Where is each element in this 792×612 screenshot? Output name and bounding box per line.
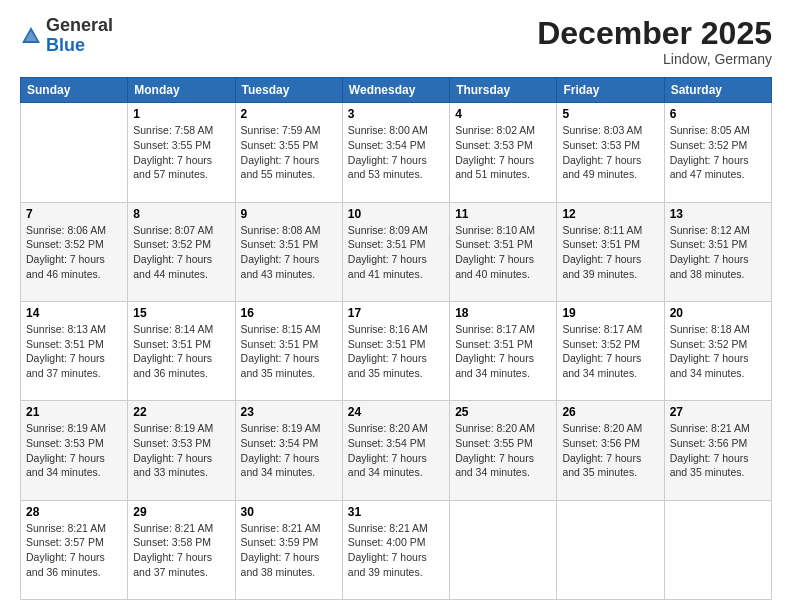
cell-info: Sunrise: 8:21 AMSunset: 3:58 PMDaylight:… <box>133 521 229 580</box>
cell-info: Sunrise: 8:05 AMSunset: 3:52 PMDaylight:… <box>670 123 766 182</box>
header: General Blue December 2025 Lindow, Germa… <box>20 16 772 67</box>
cell-info: Sunrise: 8:07 AMSunset: 3:52 PMDaylight:… <box>133 223 229 282</box>
calendar-cell <box>450 500 557 599</box>
calendar-cell: 13Sunrise: 8:12 AMSunset: 3:51 PMDayligh… <box>664 202 771 301</box>
title-block: December 2025 Lindow, Germany <box>537 16 772 67</box>
cell-date: 20 <box>670 306 766 320</box>
cell-date: 15 <box>133 306 229 320</box>
calendar-cell: 18Sunrise: 8:17 AMSunset: 3:51 PMDayligh… <box>450 301 557 400</box>
logo-blue-text: Blue <box>46 35 85 55</box>
calendar-cell: 17Sunrise: 8:16 AMSunset: 3:51 PMDayligh… <box>342 301 449 400</box>
day-header-thursday: Thursday <box>450 78 557 103</box>
cell-date: 30 <box>241 505 337 519</box>
cell-date: 3 <box>348 107 444 121</box>
cell-info: Sunrise: 8:14 AMSunset: 3:51 PMDaylight:… <box>133 322 229 381</box>
calendar-table: SundayMondayTuesdayWednesdayThursdayFrid… <box>20 77 772 600</box>
cell-date: 8 <box>133 207 229 221</box>
cell-info: Sunrise: 8:21 AMSunset: 3:57 PMDaylight:… <box>26 521 122 580</box>
calendar-cell: 26Sunrise: 8:20 AMSunset: 3:56 PMDayligh… <box>557 401 664 500</box>
cell-info: Sunrise: 8:19 AMSunset: 3:54 PMDaylight:… <box>241 421 337 480</box>
cell-info: Sunrise: 8:17 AMSunset: 3:51 PMDaylight:… <box>455 322 551 381</box>
month-title: December 2025 <box>537 16 772 51</box>
calendar-cell: 14Sunrise: 8:13 AMSunset: 3:51 PMDayligh… <box>21 301 128 400</box>
cell-date: 14 <box>26 306 122 320</box>
location: Lindow, Germany <box>537 51 772 67</box>
calendar-cell: 23Sunrise: 8:19 AMSunset: 3:54 PMDayligh… <box>235 401 342 500</box>
logo: General Blue <box>20 16 113 56</box>
calendar-cell: 28Sunrise: 8:21 AMSunset: 3:57 PMDayligh… <box>21 500 128 599</box>
calendar-cell: 22Sunrise: 8:19 AMSunset: 3:53 PMDayligh… <box>128 401 235 500</box>
cell-date: 29 <box>133 505 229 519</box>
calendar-cell <box>557 500 664 599</box>
calendar-cell <box>21 103 128 202</box>
cell-date: 13 <box>670 207 766 221</box>
cell-info: Sunrise: 8:19 AMSunset: 3:53 PMDaylight:… <box>26 421 122 480</box>
page: General Blue December 2025 Lindow, Germa… <box>0 0 792 612</box>
calendar-cell: 2Sunrise: 7:59 AMSunset: 3:55 PMDaylight… <box>235 103 342 202</box>
calendar-cell: 27Sunrise: 8:21 AMSunset: 3:56 PMDayligh… <box>664 401 771 500</box>
cell-info: Sunrise: 8:06 AMSunset: 3:52 PMDaylight:… <box>26 223 122 282</box>
cell-date: 19 <box>562 306 658 320</box>
calendar-cell: 25Sunrise: 8:20 AMSunset: 3:55 PMDayligh… <box>450 401 557 500</box>
cell-date: 27 <box>670 405 766 419</box>
cell-info: Sunrise: 7:58 AMSunset: 3:55 PMDaylight:… <box>133 123 229 182</box>
cell-date: 7 <box>26 207 122 221</box>
day-header-friday: Friday <box>557 78 664 103</box>
cell-info: Sunrise: 8:21 AMSunset: 4:00 PMDaylight:… <box>348 521 444 580</box>
calendar-cell: 21Sunrise: 8:19 AMSunset: 3:53 PMDayligh… <box>21 401 128 500</box>
calendar-cell: 24Sunrise: 8:20 AMSunset: 3:54 PMDayligh… <box>342 401 449 500</box>
cell-date: 26 <box>562 405 658 419</box>
calendar-cell: 19Sunrise: 8:17 AMSunset: 3:52 PMDayligh… <box>557 301 664 400</box>
cell-date: 4 <box>455 107 551 121</box>
calendar-week-2: 14Sunrise: 8:13 AMSunset: 3:51 PMDayligh… <box>21 301 772 400</box>
cell-date: 11 <box>455 207 551 221</box>
cell-info: Sunrise: 8:21 AMSunset: 3:56 PMDaylight:… <box>670 421 766 480</box>
cell-info: Sunrise: 8:09 AMSunset: 3:51 PMDaylight:… <box>348 223 444 282</box>
calendar-week-4: 28Sunrise: 8:21 AMSunset: 3:57 PMDayligh… <box>21 500 772 599</box>
calendar-cell: 20Sunrise: 8:18 AMSunset: 3:52 PMDayligh… <box>664 301 771 400</box>
calendar-cell: 5Sunrise: 8:03 AMSunset: 3:53 PMDaylight… <box>557 103 664 202</box>
logo-general-text: General <box>46 15 113 35</box>
calendar-cell: 4Sunrise: 8:02 AMSunset: 3:53 PMDaylight… <box>450 103 557 202</box>
cell-date: 16 <box>241 306 337 320</box>
calendar-week-1: 7Sunrise: 8:06 AMSunset: 3:52 PMDaylight… <box>21 202 772 301</box>
calendar-cell: 7Sunrise: 8:06 AMSunset: 3:52 PMDaylight… <box>21 202 128 301</box>
cell-info: Sunrise: 8:08 AMSunset: 3:51 PMDaylight:… <box>241 223 337 282</box>
calendar-week-0: 1Sunrise: 7:58 AMSunset: 3:55 PMDaylight… <box>21 103 772 202</box>
cell-date: 9 <box>241 207 337 221</box>
day-header-tuesday: Tuesday <box>235 78 342 103</box>
cell-info: Sunrise: 7:59 AMSunset: 3:55 PMDaylight:… <box>241 123 337 182</box>
cell-date: 2 <box>241 107 337 121</box>
calendar-cell: 9Sunrise: 8:08 AMSunset: 3:51 PMDaylight… <box>235 202 342 301</box>
day-header-saturday: Saturday <box>664 78 771 103</box>
calendar-cell: 11Sunrise: 8:10 AMSunset: 3:51 PMDayligh… <box>450 202 557 301</box>
calendar-header-row: SundayMondayTuesdayWednesdayThursdayFrid… <box>21 78 772 103</box>
day-header-wednesday: Wednesday <box>342 78 449 103</box>
cell-date: 12 <box>562 207 658 221</box>
calendar-week-3: 21Sunrise: 8:19 AMSunset: 3:53 PMDayligh… <box>21 401 772 500</box>
cell-info: Sunrise: 8:02 AMSunset: 3:53 PMDaylight:… <box>455 123 551 182</box>
cell-date: 31 <box>348 505 444 519</box>
cell-info: Sunrise: 8:20 AMSunset: 3:55 PMDaylight:… <box>455 421 551 480</box>
cell-info: Sunrise: 8:16 AMSunset: 3:51 PMDaylight:… <box>348 322 444 381</box>
calendar-cell: 10Sunrise: 8:09 AMSunset: 3:51 PMDayligh… <box>342 202 449 301</box>
calendar-cell: 1Sunrise: 7:58 AMSunset: 3:55 PMDaylight… <box>128 103 235 202</box>
cell-info: Sunrise: 8:11 AMSunset: 3:51 PMDaylight:… <box>562 223 658 282</box>
cell-date: 6 <box>670 107 766 121</box>
cell-date: 10 <box>348 207 444 221</box>
cell-info: Sunrise: 8:21 AMSunset: 3:59 PMDaylight:… <box>241 521 337 580</box>
cell-info: Sunrise: 8:19 AMSunset: 3:53 PMDaylight:… <box>133 421 229 480</box>
cell-date: 24 <box>348 405 444 419</box>
cell-info: Sunrise: 8:15 AMSunset: 3:51 PMDaylight:… <box>241 322 337 381</box>
cell-info: Sunrise: 8:12 AMSunset: 3:51 PMDaylight:… <box>670 223 766 282</box>
cell-date: 21 <box>26 405 122 419</box>
calendar-cell: 15Sunrise: 8:14 AMSunset: 3:51 PMDayligh… <box>128 301 235 400</box>
cell-info: Sunrise: 8:13 AMSunset: 3:51 PMDaylight:… <box>26 322 122 381</box>
cell-info: Sunrise: 8:03 AMSunset: 3:53 PMDaylight:… <box>562 123 658 182</box>
cell-info: Sunrise: 8:18 AMSunset: 3:52 PMDaylight:… <box>670 322 766 381</box>
cell-date: 17 <box>348 306 444 320</box>
cell-date: 22 <box>133 405 229 419</box>
calendar-cell: 31Sunrise: 8:21 AMSunset: 4:00 PMDayligh… <box>342 500 449 599</box>
cell-info: Sunrise: 8:00 AMSunset: 3:54 PMDaylight:… <box>348 123 444 182</box>
calendar-cell <box>664 500 771 599</box>
